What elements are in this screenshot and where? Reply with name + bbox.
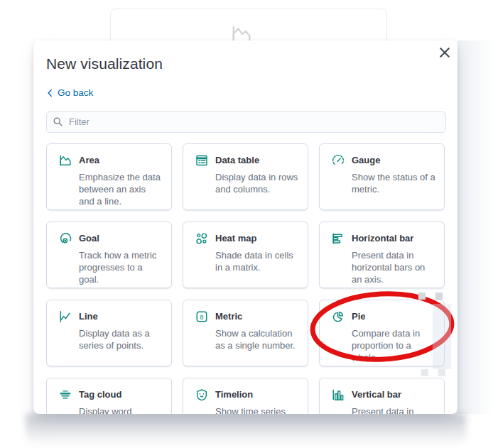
viz-card-timelion[interactable]: Timelion Show time series data on a grap… [183, 378, 308, 415]
viz-card-description: Shade data in cells in a matrix. [215, 249, 299, 273]
heat-map-icon [195, 232, 208, 245]
viz-card-data-table[interactable]: Data table Display data in rows and colu… [183, 143, 308, 210]
annotation-handle [435, 293, 443, 300]
line-chart-icon [59, 310, 72, 323]
metric-icon: 8 [195, 310, 208, 323]
screen: New visualization Go back [0, 0, 493, 448]
goal-icon [59, 232, 72, 245]
viz-card-description: Show a calculation as a single number. [215, 327, 299, 351]
filter-input[interactable] [46, 111, 446, 133]
data-table-icon [195, 154, 208, 167]
viz-card-title: Area [79, 155, 99, 165]
area-chart-icon [59, 154, 72, 167]
new-visualization-modal: New visualization Go back [33, 40, 457, 414]
viz-card-area[interactable]: Area Emphasize the data between an axis … [46, 143, 172, 210]
viz-card-title: Line [79, 311, 98, 322]
viz-type-grid: Area Emphasize the data between an axis … [46, 143, 446, 415]
pie-chart-icon [332, 310, 345, 323]
page-overlay-right [457, 40, 493, 414]
annotation-handle [418, 293, 426, 300]
tag-cloud-icon [59, 388, 72, 401]
gauge-icon [332, 154, 345, 167]
vertical-bar-icon [332, 388, 345, 401]
timelion-icon [195, 388, 208, 401]
viz-card-description: Show the status of a metric. [352, 171, 435, 195]
viz-card-gauge[interactable]: Gauge Show the status of a metric. [319, 143, 445, 210]
viz-card-title: Goal [79, 233, 99, 244]
go-back-label: Go back [58, 87, 93, 98]
viz-card-title: Timelion [215, 389, 253, 400]
viz-card-title: Gauge [352, 155, 380, 165]
viz-card-description: Compare data in proportion to a whole. [352, 327, 435, 364]
viz-card-title: Pie [352, 311, 366, 322]
viz-card-title: Data table [215, 155, 259, 165]
chevron-left-icon [46, 89, 53, 97]
viz-card-description: Display data as a series of points. [79, 327, 163, 351]
viz-card-pie[interactable]: Pie Compare data in proportion to a whol… [319, 300, 445, 366]
viz-card-goal[interactable]: Goal Track how a metric progresses to a … [46, 222, 172, 288]
viz-card-description: Emphasize the data between an axis and a… [79, 171, 163, 207]
filter-field [46, 111, 446, 133]
svg-text:8: 8 [200, 312, 203, 320]
viz-card-title: Vertical bar [352, 389, 401, 400]
viz-card-metric[interactable]: 8 Metric Show a calculation as a single … [183, 300, 308, 366]
viz-card-title: Tag cloud [79, 389, 121, 400]
viz-card-description: Display data in rows and columns. [215, 171, 299, 195]
modal-title: New visualization [46, 55, 446, 72]
viz-card-tag-cloud[interactable]: Tag cloud Display word frequency with fo… [46, 378, 172, 415]
viz-card-title: Metric [215, 311, 242, 322]
viz-card-title: Horizontal bar [352, 233, 413, 244]
viz-card-line[interactable]: Line Display data as a series of points. [46, 300, 172, 366]
viz-card-description: Show time series data on a graph. [215, 405, 299, 415]
horizontal-bar-icon [332, 232, 345, 245]
viz-card-description: Present data in vertical bars on an axis… [352, 405, 435, 415]
viz-card-description: Track how a metric progresses to a goal. [79, 249, 163, 285]
modal-drop-shadow [26, 414, 466, 447]
viz-card-description: Display word frequency with font size. [79, 405, 163, 415]
go-back-link[interactable]: Go back [46, 87, 93, 98]
viz-card-heat-map[interactable]: Heat map Shade data in cells in a matrix… [183, 222, 308, 288]
viz-card-vertical-bar[interactable]: Vertical bar Present data in vertical ba… [319, 378, 445, 415]
annotation-handle [421, 369, 428, 376]
viz-card-title: Heat map [215, 233, 257, 244]
annotation-handle [438, 369, 445, 376]
viz-card-horizontal-bar[interactable]: Horizontal bar Present data in horizonta… [319, 222, 445, 288]
viz-card-description: Present data in horizontal bars on an ax… [352, 249, 435, 285]
